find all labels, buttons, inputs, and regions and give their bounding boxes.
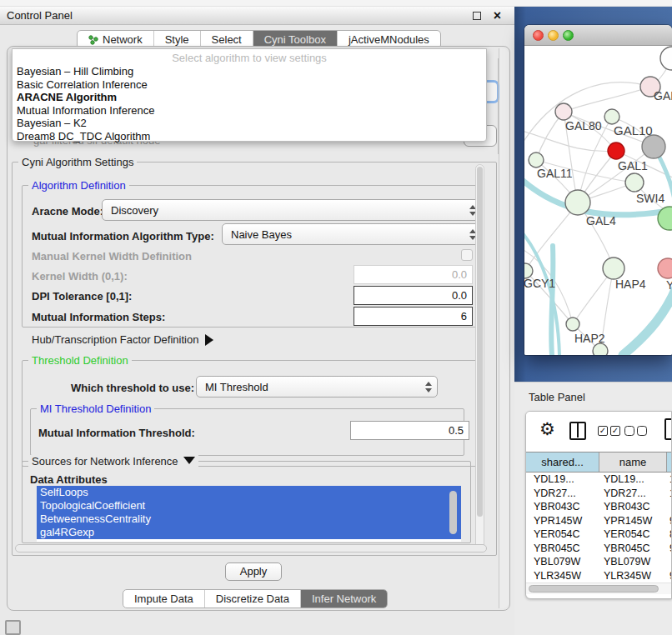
network-node[interactable] (604, 109, 619, 124)
network-node[interactable] (608, 142, 624, 159)
table-cell[interactable]: YDR27... (526, 487, 599, 501)
algorithm-option[interactable]: Dream8 DC_TDC Algorithm (13, 130, 486, 143)
kernel-width-field[interactable]: 0.0 (354, 265, 473, 284)
table-row[interactable]: YBR045CYBR045C9. (526, 542, 672, 556)
network-node[interactable] (642, 135, 665, 158)
table-cell[interactable]: 9. (667, 569, 672, 583)
deselect-all-checkboxes-icon[interactable] (624, 426, 647, 436)
node-label: GCY1 (524, 277, 555, 290)
gear-icon[interactable]: ⚙ (539, 419, 555, 439)
table-cell[interactable]: 13 (667, 472, 672, 487)
select-all-checkboxes-icon[interactable]: ✓✓ (598, 426, 620, 436)
aracne-mode-select[interactable]: Discovery (102, 199, 482, 221)
mi-steps-field[interactable]: 6 (354, 307, 473, 326)
settings-group-title: Cyni Algorithm Settings (18, 156, 137, 168)
attribute-item[interactable]: BetweennessCentrality (37, 512, 461, 526)
network-node[interactable] (658, 258, 672, 278)
minimize-traffic-light-icon[interactable] (548, 30, 559, 41)
table-row[interactable]: YER054CYER054C8. (526, 528, 672, 542)
table-cell[interactable] (667, 555, 672, 569)
table-cell[interactable]: 9. (667, 514, 672, 528)
apply-button[interactable]: Apply (225, 562, 282, 581)
table-cell[interactable]: 12 (667, 487, 672, 501)
table-cell[interactable]: YBR045C (526, 542, 599, 556)
dropdown-items: Bayesian – Hill ClimbingBasic Correlatio… (13, 65, 486, 142)
close-icon[interactable]: × (494, 8, 501, 24)
table-cell[interactable]: YDL19... (526, 472, 599, 487)
algorithm-option[interactable]: Bayesian – Hill Climbing (13, 65, 486, 78)
table-cell[interactable] (667, 500, 672, 514)
table-row[interactable]: YBR043CYBR043C (526, 500, 672, 514)
algorithm-option[interactable]: Bayesian – K2 (13, 117, 486, 130)
table-cell[interactable]: YLR345W (599, 569, 667, 583)
column-header-partial[interactable] (667, 452, 672, 472)
panel-vertical-scrollbar[interactable] (499, 48, 509, 608)
mi-algorithm-type-select[interactable]: Naive Bayes (222, 223, 482, 245)
algorithm-option[interactable]: Basic Correlation Inference (13, 78, 486, 92)
sources-group-title[interactable]: Sources for Network Inference (28, 455, 198, 468)
network-node[interactable] (565, 190, 590, 215)
column-header-name[interactable]: name (599, 452, 667, 472)
attributes-scrollbar-thumb[interactable] (449, 491, 457, 534)
attribute-item[interactable]: gal4RGexp (37, 526, 461, 539)
manual-kernel-width-checkbox[interactable] (461, 249, 473, 261)
table-row[interactable]: YBL079WYBL079W (526, 555, 672, 569)
table-cell[interactable]: YBR043C (526, 500, 599, 514)
table-cell[interactable]: YBL079W (526, 555, 599, 569)
network-edge[interactable] (564, 87, 650, 112)
page-icon[interactable] (664, 418, 672, 440)
table-horizontal-scrollbar[interactable] (526, 582, 672, 594)
split-column-icon[interactable] (569, 422, 586, 440)
table-cell[interactable]: YPR145W (599, 514, 667, 528)
dropdown-placeholder: Select algorithm to view settings (13, 49, 486, 65)
dpi-tolerance-field[interactable]: 0.0 (354, 286, 473, 305)
table-cell[interactable]: 9. (667, 542, 672, 556)
close-traffic-light-icon[interactable] (533, 30, 544, 41)
which-threshold-select[interactable]: MI Threshold (196, 376, 438, 398)
column-header-shared[interactable]: shared... (526, 452, 599, 472)
hub-definition-toggle[interactable]: Hub/Transcription Factor Definition (32, 333, 213, 346)
algorithm-option[interactable]: ARACNE Algorithm (13, 91, 486, 104)
network-canvas[interactable]: GALGAL80GAL10GAL1GAL11SWI4GAL4GCY1HAP4YH… (524, 46, 672, 355)
network-node[interactable] (660, 47, 672, 70)
table-panel-title: Table Panel (529, 391, 585, 403)
minimized-panel-icon[interactable] (5, 620, 21, 635)
panel-title: Control Panel (7, 9, 73, 22)
table-row[interactable]: YDL19...YDL19...13 (526, 472, 672, 487)
network-node[interactable] (625, 173, 644, 192)
table-cell[interactable]: YDR27... (599, 487, 667, 501)
network-node[interactable] (593, 343, 608, 355)
table-row[interactable]: YPR145WYPR145W9. (526, 514, 672, 528)
node-label: GAL80 (565, 119, 602, 132)
settings-vertical-scrollbar[interactable] (475, 164, 484, 549)
table-cell[interactable]: YPR145W (526, 514, 599, 528)
table-row[interactable]: YDR27...YDR27...12 (526, 487, 672, 501)
network-node[interactable] (603, 258, 624, 279)
attribute-item[interactable]: SelfLoops (37, 486, 461, 499)
tab-discretize-data[interactable]: Discretize Data (204, 590, 300, 608)
tab-impute-data[interactable]: Impute Data (123, 590, 204, 608)
table-cell[interactable]: YER054C (526, 528, 599, 542)
network-node[interactable] (529, 152, 544, 168)
table-cell[interactable]: YBR045C (599, 542, 667, 556)
algorithm-option[interactable]: Mutual Information Inference (13, 104, 486, 118)
table-cell[interactable]: YER054C (599, 528, 667, 542)
network-window-titlebar[interactable] (524, 25, 672, 46)
table-cell[interactable]: YDL19... (599, 472, 667, 487)
table-cell[interactable]: YBL079W (599, 555, 667, 569)
table-row[interactable]: YLR345WYLR345W9. (526, 569, 672, 583)
float-window-icon[interactable] (473, 12, 481, 20)
tab-infer-network[interactable]: Infer Network (300, 590, 387, 608)
table-cell[interactable]: YBR043C (599, 500, 667, 514)
which-threshold-label: Which threshold to use: (71, 382, 194, 394)
algorithm-dropdown-list: Select algorithm to view settings Bayesi… (12, 48, 487, 142)
table-cell[interactable]: YLR345W (526, 569, 599, 583)
attribute-item[interactable]: TopologicalCoefficient (37, 499, 461, 512)
table-cell[interactable]: 8. (667, 528, 672, 542)
zoom-traffic-light-icon[interactable] (563, 30, 574, 41)
network-node[interactable] (555, 103, 572, 120)
mi-threshold-field[interactable]: 0.5 (350, 421, 469, 440)
network-node[interactable] (566, 318, 579, 331)
settings-horizontal-scrollbar[interactable] (15, 544, 487, 552)
network-edge[interactable] (623, 286, 672, 355)
